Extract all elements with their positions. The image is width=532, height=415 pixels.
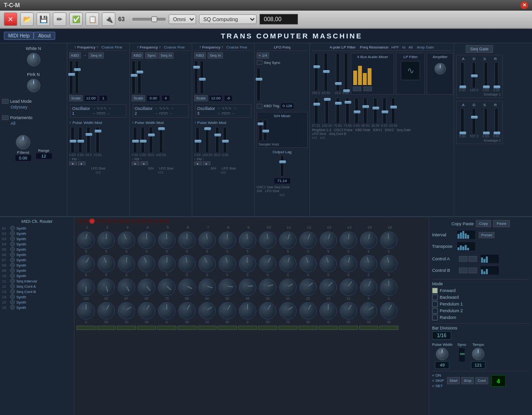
seq-knob-knobs-row4-8[interactable] [239,302,256,319]
seq-knob-knobs-row3-15[interactable] [380,279,397,296]
preset-select[interactable]: SQ Computing [199,14,257,24]
toolbar-btn-copy[interactable]: 📋 [86,12,99,26]
osc3-fm-btn2[interactable]: ▸ [203,161,210,165]
ch-toggle-16[interactable] [10,305,15,310]
amp-gain-slider[interactable] [344,53,348,91]
osc2-slider2[interactable] [141,127,145,153]
omni-select[interactable]: Omni [169,14,196,24]
start-btn[interactable]: Start [447,377,460,384]
filter-mod-slider2[interactable] [325,98,329,124]
osc2-kbd-btn[interactable]: KBD [132,52,143,59]
seq-step-btn-2[interactable] [97,326,116,330]
seq-knob-knobs-row1-13[interactable] [340,232,357,249]
paste-btn[interactable]: Paste [493,220,509,227]
seq-knob-knobs-row2-2[interactable] [118,255,135,272]
seq-knob-knobs-row1-4[interactable] [158,232,175,249]
env1-r-slider[interactable] [495,62,498,88]
seq-knob-knobs-row4-12[interactable] [320,302,337,319]
osc2-slider3[interactable] [149,127,153,153]
pink-noise-knob[interactable] [27,79,40,92]
seq-knob-knobs-row4-0[interactable] [77,302,95,319]
cont-btn[interactable]: Cont [475,377,488,384]
seq-knob-knobs-row2-12[interactable] [320,255,337,272]
seq-step-btn-16[interactable] [379,326,398,330]
ch-toggle-10[interactable] [10,273,15,278]
seq-knob-knobs-row1-9[interactable] [259,232,276,249]
ch-toggle-12[interactable] [10,284,15,289]
osc1-seqin-btn[interactable]: Seq In [88,52,103,59]
seq-step-btn-6[interactable] [177,326,197,330]
copy-btn[interactable]: Copy [476,220,492,227]
seq-knob-knobs-row1-6[interactable] [198,232,216,249]
ch-toggle-06[interactable] [10,252,15,257]
portamento-toggle[interactable] [2,115,9,120]
seq-step-btn-7[interactable] [198,326,217,330]
seq-knob-knobs-row1-3[interactable] [138,232,155,249]
toolbar-btn-save[interactable]: 💾 [37,12,50,26]
osc3-scale-btn[interactable]: Scale [194,95,208,101]
output-lag-slider[interactable] [280,155,284,177]
osc1-fine-slider[interactable] [75,61,79,94]
seq-knob-knobs-row2-13[interactable] [340,255,357,272]
seq-knob-knobs-row1-10[interactable] [279,232,297,249]
seq-knob-knobs-row2-14[interactable] [360,255,377,272]
osc3-fine-slider[interactable] [200,61,204,94]
seq-knob-knobs-row4-2[interactable] [118,302,135,319]
lfo-mult-btn[interactable]: × 1/4 [257,52,269,59]
osc2-scale-btn[interactable]: Scale [132,95,145,101]
seq-knob-knobs-row4-4[interactable] [158,302,175,319]
close-button[interactable]: ✕ [520,1,528,9]
osc3-slider3[interactable] [215,127,219,153]
osc2-seqin-btn[interactable]: Seq In [159,52,173,59]
midi-help-button[interactable]: MIDI Help [4,32,34,40]
pbend-knob[interactable] [16,135,30,149]
volume-slider[interactable] [132,18,166,21]
seq-knob-knobs-row1-1[interactable] [98,232,115,249]
osc2-slider1[interactable] [133,127,137,153]
seq-step-btn-14[interactable] [339,326,358,330]
bus-mixer-btn2[interactable] [363,86,372,91]
lp-res-slider[interactable] [324,53,328,91]
lead-mode-toggle[interactable] [2,99,9,104]
seq-knob-knobs-row3-6[interactable] [198,279,216,296]
ch-toggle-09[interactable] [10,268,15,273]
ctrl-a-btn2[interactable] [469,256,477,262]
seq-knob-knobs-row2-9[interactable] [259,255,276,272]
seq-knob-knobs-row1-2[interactable] [118,232,135,249]
mode-indicator-pendulum-2[interactable] [432,308,438,314]
seq-knob-knobs-row4-3[interactable] [138,302,155,319]
osc3-kbd-btn[interactable]: KBD [194,52,206,59]
seq-knob-knobs-row2-4[interactable] [158,255,175,272]
seq-knob-knobs-row4-5[interactable] [178,302,196,319]
filter-mod-slider6[interactable] [363,98,367,124]
seq-knob-knobs-row2-0[interactable] [77,255,95,272]
osc1-scale-btn[interactable]: Scale [69,95,83,101]
seq-knob-knobs-row1-0[interactable] [77,232,95,249]
amplifier-knob[interactable] [434,63,446,74]
env2-r-slider[interactable] [495,108,498,134]
env1-s-slider[interactable] [484,62,488,88]
about-button[interactable]: About [34,32,55,40]
lfo-freq-slider[interactable] [257,68,260,101]
sh-mixer-slider1[interactable] [259,120,262,141]
seq-knob-knobs-row3-5[interactable] [178,279,196,296]
seq-knob-knobs-row2-7[interactable] [219,255,236,272]
seq-knob-knobs-row3-7[interactable] [219,279,236,296]
seq-knob-knobs-row3-2[interactable] [118,279,135,296]
osc1-fm-btn1[interactable]: ▸ [69,161,77,165]
seq-knob-knobs-row4-9[interactable] [259,302,276,319]
seq-knob-knobs-row1-5[interactable] [178,232,196,249]
seq-knob-knobs-row3-14[interactable] [360,279,377,296]
seq-knob-knobs-row4-15[interactable] [380,302,397,319]
ch-toggle-14[interactable] [10,294,15,299]
seq-step-btn-13[interactable] [319,326,338,330]
osc3-seqin-btn[interactable]: Seq In [208,52,223,59]
seq-knob-knobs-row4-13[interactable] [340,302,357,319]
mode-indicator-backward[interactable] [432,294,438,300]
seq-knob-knobs-row2-11[interactable] [299,255,317,272]
seq-knob-knobs-row2-1[interactable] [98,255,115,272]
osc1-fm-btn2[interactable]: ▸ [78,161,86,165]
ch-toggle-01[interactable] [10,226,15,231]
seq-knob-knobs-row1-14[interactable] [360,232,377,249]
seq-knob-knobs-row3-1[interactable] [98,279,115,296]
